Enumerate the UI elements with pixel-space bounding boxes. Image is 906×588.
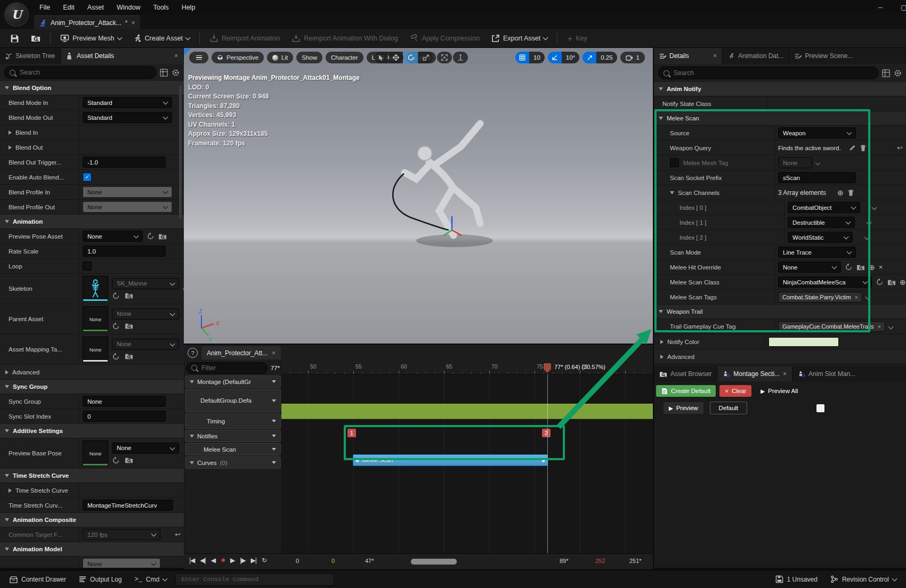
element-options-chevron[interactable] (864, 235, 870, 240)
step-backward-button[interactable]: ◀| (200, 557, 205, 564)
view-options-grid-icon[interactable] (882, 69, 890, 77)
console-command-input[interactable] (175, 573, 334, 586)
move-tool-button[interactable] (389, 52, 403, 63)
scale-tool-button[interactable] (419, 52, 433, 63)
timeline-track-area[interactable]: 50 55 60 65 70 75 80 1 2 ◆ Melee Scan ◆ (281, 361, 653, 553)
row-blend-out[interactable]: Blend Out (0, 140, 184, 155)
enable-auto-blend-checkbox[interactable]: ✓ (83, 173, 92, 182)
show-dropdown[interactable]: Show (296, 52, 322, 63)
use-selected-asset-icon[interactable] (112, 322, 120, 330)
source-dropdown[interactable]: Weapon (778, 127, 856, 138)
timeline-horizontal-scrollbar[interactable] (411, 559, 457, 565)
timeline-tab[interactable]: Anim_Protector_Att... × (201, 346, 281, 360)
use-selected-asset-icon[interactable] (112, 353, 120, 361)
browse-asset-icon[interactable] (125, 353, 133, 360)
lit-dropdown[interactable]: Lit (267, 52, 293, 63)
parent-asset-thumbnail[interactable]: None (83, 306, 108, 332)
category-weapon-trail[interactable]: Weapon Trail (654, 305, 906, 319)
tags-dropdown-chevron[interactable] (865, 295, 871, 300)
scan-mode-dropdown[interactable]: Line Trace (778, 247, 856, 258)
blend-mode-in-dropdown[interactable]: Standard (83, 97, 172, 108)
section-marker-2[interactable]: 2 (542, 429, 551, 437)
category-time-stretch-curve[interactable]: Time Stretch Curve (0, 469, 184, 483)
rotation-snap-toggle[interactable]: 10° (548, 52, 579, 63)
blend-out-trigger-input[interactable]: -1.0 (83, 157, 166, 168)
playback-range-start[interactable]: 0 (331, 558, 335, 564)
default-section-button[interactable]: Default (710, 402, 747, 414)
expander-icon[interactable] (9, 488, 12, 493)
tab-montage-sections[interactable]: Montage Secti... × (717, 366, 792, 381)
tab-close-icon[interactable]: × (713, 52, 717, 60)
category-animation-composite[interactable]: Animation Composite (0, 513, 184, 527)
asset-mapping-thumbnail[interactable]: None (83, 337, 108, 362)
preview-pose-asset-dropdown[interactable]: None (83, 231, 143, 242)
perspective-dropdown[interactable]: Perspective (212, 52, 264, 63)
revision-control-button[interactable]: Revision Control (826, 573, 901, 586)
browse-asset-icon[interactable] (125, 456, 133, 464)
browse-asset-icon[interactable] (887, 279, 896, 286)
unsaved-changes-button[interactable]: 1 Unsaved (771, 573, 822, 586)
menu-edit[interactable]: Edit (56, 0, 81, 14)
save-button[interactable] (5, 31, 24, 46)
notify-end-handle[interactable]: ◆ (541, 458, 545, 463)
row-details-advanced[interactable]: Advanced (654, 349, 906, 364)
playback-range-end[interactable]: 252 (595, 558, 605, 564)
index-2-dropdown[interactable]: WorldStatic (788, 232, 853, 243)
to-front-button[interactable]: |◀ (189, 557, 195, 564)
blend-mode-out-dropdown[interactable]: Standard (83, 112, 172, 123)
menu-asset[interactable]: Asset (81, 0, 110, 14)
view-options-grid-icon[interactable] (160, 69, 168, 77)
asset-details-search-input[interactable] (4, 66, 156, 79)
row-animation-advanced[interactable]: Advanced (0, 365, 184, 380)
browse-asset-icon[interactable] (125, 292, 133, 299)
blend-profile-in-dropdown[interactable]: None (83, 186, 172, 198)
loop-checkbox[interactable] (83, 262, 92, 271)
category-additive-settings[interactable]: Additive Settings (0, 424, 184, 438)
step-forward-button[interactable]: |▶ (240, 557, 245, 564)
row-blend-in[interactable]: Blend In (0, 125, 184, 140)
track-notifies[interactable]: Notifies (185, 430, 281, 442)
use-selected-asset-icon[interactable] (112, 292, 120, 300)
settings-gear-icon[interactable] (894, 69, 902, 77)
remove-tag-icon[interactable]: × (877, 323, 880, 330)
tab-asset-browser[interactable]: Asset Browser (654, 366, 717, 381)
minimize-button[interactable]: ─ (869, 0, 892, 14)
tab-skeleton-tree[interactable]: Skeleton Tree (0, 48, 61, 64)
section-marker-1[interactable]: 1 (347, 429, 356, 437)
preview-base-pose-dropdown[interactable]: None (112, 443, 179, 454)
animation-model-dropdown[interactable]: None (83, 558, 160, 568)
category-anim-notify[interactable]: Anim Notify (654, 82, 906, 96)
to-end-button[interactable]: ▶| (251, 557, 256, 564)
character-dropdown[interactable]: Character (326, 52, 363, 63)
tab-close-icon[interactable]: × (131, 19, 135, 27)
category-animation-model[interactable]: Animation Model (0, 542, 184, 557)
apply-compression-button[interactable]: Apply Compression (405, 31, 484, 46)
parent-asset-dropdown[interactable]: None (112, 308, 179, 320)
maximize-button[interactable]: ▢ (892, 0, 906, 14)
menu-help[interactable]: Help (175, 0, 202, 14)
tab-close-icon[interactable]: × (272, 349, 276, 357)
play-button[interactable]: ▶ (230, 557, 234, 564)
asset-mapping-dropdown[interactable]: None (112, 339, 179, 350)
browse-to-asset-button[interactable] (26, 31, 45, 46)
track-timing[interactable]: Timing (185, 413, 281, 429)
melee-mesh-tag-value[interactable]: None (778, 157, 812, 168)
help-icon[interactable]: ? (188, 348, 198, 358)
add-icon[interactable]: ⊕ (869, 263, 875, 272)
reimport-animation-with-dialog-button[interactable]: Reimport Animation With Dialog (287, 31, 402, 46)
create-default-button[interactable]: Create Default (656, 385, 716, 397)
clear-icon[interactable]: × (879, 263, 883, 271)
edit-pencil-icon[interactable] (849, 144, 856, 151)
skeleton-thumbnail[interactable] (83, 276, 108, 301)
expander-icon[interactable] (5, 370, 9, 374)
common-target-framerate-dropdown[interactable]: 120 fps (83, 529, 160, 540)
expander-icon[interactable] (9, 130, 12, 135)
sync-slot-index-input[interactable]: 0 (83, 411, 166, 422)
track-montage[interactable]: Montage (DefaultGr (185, 375, 281, 388)
browse-asset-icon[interactable] (125, 322, 133, 330)
tags-dropdown-chevron[interactable] (888, 324, 893, 329)
use-selected-asset-icon[interactable] (112, 456, 120, 464)
preview-button[interactable]: ▶ Preview (664, 402, 703, 414)
content-drawer-button[interactable]: Content Drawer (5, 573, 70, 586)
notify-start-handle[interactable]: ◆ (355, 458, 359, 463)
